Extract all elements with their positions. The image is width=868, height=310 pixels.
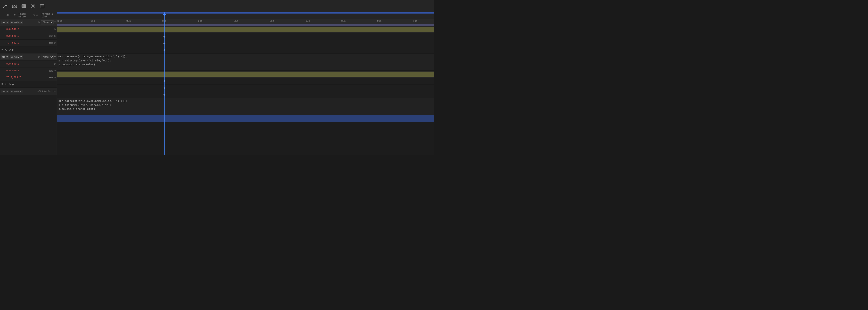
timeline-tracks: or= parseInt(thisLayer.name.split(",")[1… [57, 26, 434, 155]
equal-icon-2[interactable]: ≡ [1, 82, 3, 86]
ruler-label-1: 01s [91, 20, 95, 23]
keyframe-nav-icon-3[interactable]: ⊟ [51, 69, 53, 72]
layer-group-1: orn ▼ ⊕ No M ▼ ⊙ None ▼ [0, 19, 57, 54]
layer-group-2-controls: ≡ ∿ ⊙ ▶ [0, 81, 57, 88]
left-panel: de T Track Matte □ ⊡ Parent & Link orn ▼… [0, 12, 57, 155]
layer-1-mode-dropdown[interactable]: ⊕ No M ▼ [10, 21, 23, 24]
camera-icon[interactable] [11, 3, 18, 9]
spiral-ctrl-icon-1[interactable]: ⊙ [9, 48, 11, 52]
layer-1-row2-spiral: ⊙ [54, 34, 56, 38]
track-2b [57, 84, 434, 92]
svg-point-2 [5, 5, 6, 6]
ruler-label-0: 0:00s [57, 20, 62, 23]
keyframe-icon-3[interactable]: ⊞ [50, 69, 51, 72]
expression-code-2: or= parseInt(thisLayer.name.split(",")[1… [58, 99, 127, 111]
selected-range-bar [57, 12, 434, 13]
keyframe-nav-icon-1[interactable]: ⊟ [51, 35, 53, 38]
layer-3-mode-dropdown[interactable]: ⊕ No A ▼ [10, 90, 23, 93]
parent-link-col-header: Parent & Link [41, 13, 56, 18]
layer-2-value-3: 75.2,523.7 [6, 76, 21, 79]
layer-group-2: orn ▼ ⊕ No M ▼ ⊙ None ▼ 0.0,54 [0, 54, 57, 88]
keyframe-nav-icon-2[interactable]: ⊟ [51, 41, 53, 44]
trim-icon[interactable] [20, 3, 27, 9]
time-icon[interactable] [39, 3, 45, 9]
svg-rect-5 [22, 5, 26, 7]
toolbar [0, 0, 434, 12]
t-col-header: T [14, 14, 16, 17]
spiral-ctrl-icon-2[interactable]: ⊙ [9, 82, 11, 86]
svg-rect-1 [6, 5, 7, 6]
layer-group-1-row-1: 0.0,540.0 ⊙ [0, 26, 57, 33]
keyframe-icon-2[interactable]: ⊞ [50, 41, 51, 44]
feather-icon[interactable] [30, 3, 36, 9]
work-area-bar [57, 24, 434, 26]
track-bar-group3 [57, 115, 434, 122]
right-panel: 0:00s 01s 02s 03s 04s 05s 06s 07s [57, 12, 434, 155]
track-bar-group2 [57, 72, 434, 77]
track-group3-header-partial [57, 115, 434, 123]
layer-2-row3-spiral: ⊙ [54, 76, 56, 79]
layer-2-row1-spiral: ⊙ [54, 62, 56, 66]
layer-2-row3-icons: ⊞ ⊟ [50, 76, 53, 79]
track-expr-1: or= parseInt(thisLayer.name.split(",")[1… [57, 54, 434, 71]
layer-1-spiral-icon: ⊙ [38, 21, 40, 24]
track-group1-header [57, 26, 434, 33]
motion-path-icon[interactable] [2, 3, 9, 9]
layer-1-row1-spiral: ⊙ [54, 28, 56, 31]
graph-icon-1[interactable]: ∿ [5, 48, 7, 52]
layer-2-row2-icons: ⊞ ⊟ [50, 69, 53, 72]
svg-rect-0 [3, 7, 4, 8]
playhead-ruler[interactable] [164, 12, 165, 24]
layer-group-1-row-3: 7.7,532.9 ⊞ ⊟ ⊙ [0, 40, 57, 46]
equal-icon-1[interactable]: ≡ [1, 48, 3, 51]
svg-point-4 [14, 5, 16, 7]
layer-2-spiral-icon: ⊙ [38, 55, 40, 59]
layer-1-value-3: 7.7,532.9 [6, 42, 20, 44]
expression-code-1: or= parseInt(thisLayer.name.split(",")[1… [58, 55, 127, 67]
play-icon-1[interactable]: ▶ [12, 48, 14, 52]
layer-1-value-1: 0.0,540.0 [6, 28, 20, 31]
layer-1-none-select[interactable]: None [41, 20, 54, 25]
layer-2-value-1: 0.0,540.0 [6, 63, 20, 65]
track-bar-group1 [57, 27, 434, 32]
layer-1-name-dropdown[interactable]: orn ▼ [1, 21, 9, 24]
play-icon-2[interactable]: ▶ [12, 82, 14, 86]
track-1a [57, 33, 434, 40]
layer-2-value-2: 0.0,540.0 [6, 69, 20, 72]
graph-icon-2[interactable]: ∿ [5, 82, 7, 86]
track-1c [57, 47, 434, 54]
ruler-label-8: 08s [341, 20, 346, 23]
layer-group-3-partial: orn ▼ ⊕ No A ▼ ⊙ 5 Circle 1 ▼ [0, 88, 57, 95]
track-matte-col-header: Track Matte [19, 13, 31, 18]
keyframe-1b [163, 42, 165, 44]
timeline-ruler[interactable]: 0:00s 01s 02s 03s 04s 05s 06s 07s [57, 12, 434, 24]
layer-group-2-header: orn ▼ ⊕ No M ▼ ⊙ None ▼ [0, 54, 57, 61]
keyframe-nav-icon-4[interactable]: ⊟ [51, 76, 53, 79]
playhead-work-area [164, 24, 165, 26]
keyframe-icon-1[interactable]: ⊞ [50, 35, 51, 38]
layer-1-row3-spiral: ⊙ [54, 41, 56, 45]
layer-1-value-2: 0.0,540.0 [6, 35, 20, 37]
keyframe-2c [163, 94, 165, 96]
track-expr-2: or= parseInt(thisLayer.name.split(",")[1… [57, 98, 434, 115]
layer-2-none-select[interactable]: None [41, 55, 54, 59]
mode-col-header: de [6, 14, 9, 17]
ruler-label-9: 09s [377, 20, 381, 23]
keyframe-2a [163, 80, 165, 82]
layer-group-1-row-2: 0.0,540.0 ⊞ ⊟ ⊙ [0, 33, 57, 40]
ruler-label-7: 07s [305, 20, 310, 23]
keyframe-icon-4[interactable]: ⊞ [50, 76, 51, 79]
layer-1-row2-icons: ⊞ ⊟ [50, 35, 53, 38]
ruler-label-5: 05s [234, 20, 238, 23]
layer-2-name-dropdown[interactable]: orn ▼ [1, 55, 9, 59]
track-group2-header [57, 71, 434, 78]
ruler-label-4: 04s [198, 20, 203, 23]
keyframe-1a [163, 36, 165, 38]
main-area: de T Track Matte □ ⊡ Parent & Link orn ▼… [0, 12, 434, 155]
layer-3-name-dropdown[interactable]: orn ▼ [1, 90, 9, 93]
layer-2-mode-dropdown[interactable]: ⊕ No M ▼ [10, 55, 23, 59]
track-1b [57, 40, 434, 47]
svg-point-11 [32, 5, 34, 7]
keyframe-2b [163, 87, 165, 89]
layer-3-spiral: ⊙ [37, 90, 39, 93]
